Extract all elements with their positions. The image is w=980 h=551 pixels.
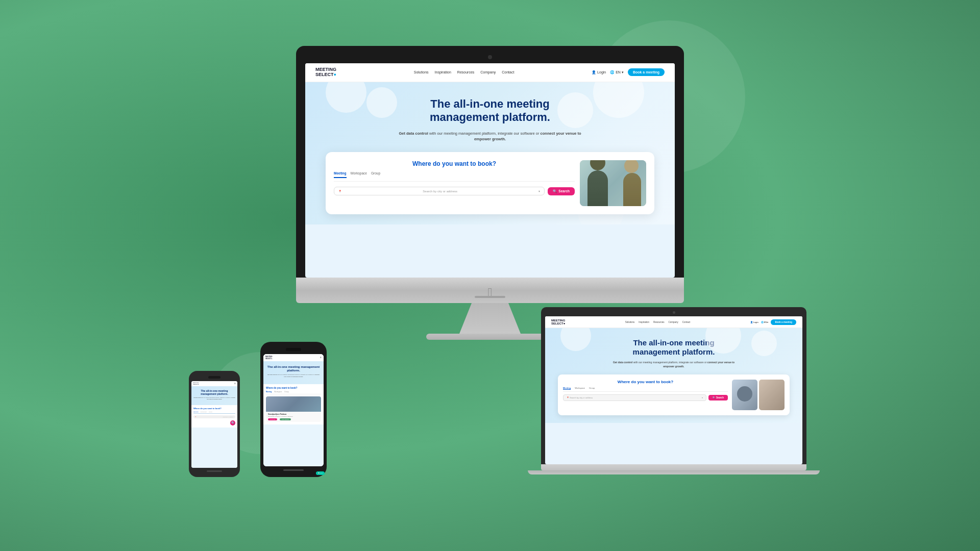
phone-large-device: MEETINGSELECT● ☰ The all-in-one meeting … <box>260 342 327 477</box>
laptop-nav-links: Solutions Inspiration Resources Company … <box>625 321 691 323</box>
laptop-tab-group[interactable]: Group <box>589 387 595 390</box>
laptop-lang[interactable]: 🌐 EN ▾ <box>761 321 769 323</box>
laptop-trackpad-base <box>528 470 820 474</box>
search-card-content: Where do you want to book? Meeting Works… <box>334 160 575 195</box>
phone-small-device: MEETINGSELECT● ☰ The all-in-one meeting … <box>189 371 240 477</box>
phone-small-content: MEETINGSELECT● ☰ The all-in-one meeting … <box>191 381 237 468</box>
laptop-nav-solutions[interactable]: Solutions <box>625 321 635 323</box>
laptop-search-tabs: Meeting Workspace Group <box>563 387 728 392</box>
laptop-nav-company[interactable]: Company <box>669 321 678 323</box>
laptop-hero-sub: Get data control with our meeting manage… <box>553 361 795 368</box>
sp-brand: MEETINGSELECT● <box>193 382 199 385</box>
tab-group[interactable]: Group <box>371 171 380 178</box>
phone-venue-name: Strandpaviljoen Thalassa <box>268 413 319 415</box>
nav-contact[interactable]: Contact <box>502 70 514 74</box>
phone-large-screen: MEETINGSELECT● ☰ The all-in-one meeting … <box>263 354 324 466</box>
desktop-hero-subtitle: Get data control with our meeting manage… <box>393 131 587 142</box>
desktop-hero: The all-in-one meeting management platfo… <box>305 82 675 224</box>
laptop-tab-meeting[interactable]: Meeting <box>563 387 571 390</box>
phone-small-nav: MEETINGSELECT● ☰ <box>191 381 237 386</box>
desktop-brand-logo: MEETING SELECT● <box>315 67 336 78</box>
search-input-row: 📍 Search by city or address ▾ 🔍 Search <box>334 187 575 195</box>
tab-meeting[interactable]: Meeting <box>334 171 347 178</box>
laptop-screen: MEETINGSELECT● Solutions Inspiration Res… <box>545 316 802 464</box>
imac-screen: MEETING SELECT● Solutions Inspiration Re… <box>305 63 675 278</box>
phone-tab-workspace[interactable]: Workspace <box>274 391 282 393</box>
laptop-search-btn[interactable]: 🔍 Search <box>708 395 728 400</box>
compare-btn[interactable]: COMPARE <box>268 418 277 420</box>
laptop-camera <box>673 311 675 314</box>
laptop-nav-resources[interactable]: Resources <box>653 321 665 323</box>
laptop-login[interactable]: 👤 Login <box>750 321 758 323</box>
phone-venue-image <box>266 396 321 412</box>
phone-small-search-btn[interactable]: 🔍 <box>230 420 235 425</box>
language-selector[interactable]: 🌐 EN ▾ <box>610 70 624 74</box>
laptop-venue-img-2 <box>759 380 785 410</box>
desktop-nav-right: 👤 Login 🌐 EN ▾ Book a meeting <box>592 68 665 76</box>
phone-small-notch <box>208 376 220 379</box>
nav-inspiration[interactable]: Inspiration <box>435 70 451 74</box>
phone-large-notch <box>286 348 301 351</box>
search-tabs: Meeting Workspace Group <box>334 171 575 182</box>
sp-tab-meeting[interactable]: Meeting <box>193 411 198 413</box>
nav-resources[interactable]: Resources <box>457 70 474 74</box>
phone-small-bezel: MEETINGSELECT● ☰ The all-in-one meeting … <box>189 371 240 477</box>
sp-tab-workspace[interactable]: Workspace <box>200 411 206 413</box>
search-button[interactable]: 🔍 Search <box>548 187 575 195</box>
desktop-nav-links: Solutions Inspiration Resources Company … <box>414 70 514 74</box>
main-scene: MEETING SELECT● Solutions Inspiration Re… <box>184 46 796 505</box>
desktop-nav: MEETING SELECT● Solutions Inspiration Re… <box>305 63 675 82</box>
phone-large-content: MEETINGSELECT● ☰ The all-in-one meeting … <box>263 354 324 466</box>
imac-stand <box>459 303 521 334</box>
post-review-btn[interactable]: POST REVIEW <box>280 418 291 420</box>
imac-camera <box>488 55 492 59</box>
phone-small-hero: The all-in-one meeting management platfo… <box>191 386 237 405</box>
nav-solutions[interactable]: Solutions <box>414 70 429 74</box>
login-link[interactable]: 👤 Login <box>592 70 606 74</box>
laptop-bezel: MEETINGSELECT● Solutions Inspiration Res… <box>541 307 806 464</box>
book-meeting-button[interactable]: Book a meeting <box>628 68 665 76</box>
search-card-image <box>580 160 646 206</box>
phone-small-tabs: Meeting Workspace Group <box>193 411 235 414</box>
phone-large-bezel: MEETINGSELECT● ☰ The all-in-one meeting … <box>260 342 327 477</box>
desktop-hero-title: The all-in-one meeting management platfo… <box>315 97 665 124</box>
sp-tab-group[interactable]: Group <box>209 411 212 413</box>
laptop-hero-title: The all-in-one meetingmanagement platfor… <box>553 338 795 357</box>
phone-small-search-title: Where do you want to book? <box>193 407 235 410</box>
search-card-title: Where do you want to book? <box>334 160 575 167</box>
laptop-brand: MEETINGSELECT● <box>551 319 565 325</box>
laptop-search-title: Where do you want to book? <box>563 380 728 384</box>
phone-small-hero-title: The all-in-one meeting management platfo… <box>193 389 235 395</box>
search-location-input[interactable]: 📍 Search by city or address ▾ <box>334 187 545 195</box>
laptop-tab-workspace[interactable]: Workspace <box>575 387 585 390</box>
phone-small-screen: MEETINGSELECT● ☰ The all-in-one meeting … <box>191 381 237 468</box>
imac-bezel: MEETING SELECT● Solutions Inspiration Re… <box>296 46 684 278</box>
imac-device: MEETING SELECT● Solutions Inspiration Re… <box>296 46 684 340</box>
laptop-nav-inspiration[interactable]: Inspiration <box>639 321 649 323</box>
laptop-search-card: Where do you want to book? Meeting Works… <box>558 374 790 415</box>
laptop-device: MEETINGSELECT● Solutions Inspiration Res… <box>541 307 806 474</box>
apple-logo-icon:  <box>488 286 493 298</box>
laptop-hero: The all-in-one meetingmanagement platfor… <box>545 328 802 423</box>
laptop-keyboard <box>541 464 806 470</box>
laptop-search-input[interactable]: 📍 Search by city or address ▾ <box>563 394 706 401</box>
laptop-book-btn[interactable]: Book a meeting <box>771 319 796 325</box>
laptop-nav-contact[interactable]: Contact <box>682 321 691 323</box>
nav-company[interactable]: Company <box>480 70 496 74</box>
tab-workspace[interactable]: Workspace <box>351 171 367 178</box>
phone-large-tabs: Meeting Workspace Group <box>266 391 321 394</box>
phone-venue-address: Blvd Bankrash, Zandvonjn, 18, Zandvoort,… <box>268 416 319 417</box>
sp-menu[interactable]: ☰ <box>234 383 236 385</box>
phone-brand: MEETINGSELECT● <box>265 356 273 360</box>
phone-small-search-input[interactable]: 📍 Search/city or address... <box>193 415 235 418</box>
desktop-search-card: Where do you want to book? Meeting Works… <box>326 152 654 214</box>
phone-tab-group[interactable]: Group <box>284 391 288 393</box>
phone-venue-card: Strandpaviljoen Thalassa Blvd Bankrash, … <box>266 396 321 422</box>
imac-chin:  <box>296 278 684 303</box>
phone-tab-meeting[interactable]: Meeting <box>266 391 272 393</box>
phone-large-hero-title: The all-in-one meeting management platfo… <box>266 365 321 372</box>
phone-large-hero-sub: Get data control with our meeting manage… <box>266 374 321 378</box>
laptop-venue-images <box>732 380 785 410</box>
phone-small-home-bar <box>207 470 222 472</box>
phone-menu-icon[interactable]: ☰ <box>320 357 322 359</box>
